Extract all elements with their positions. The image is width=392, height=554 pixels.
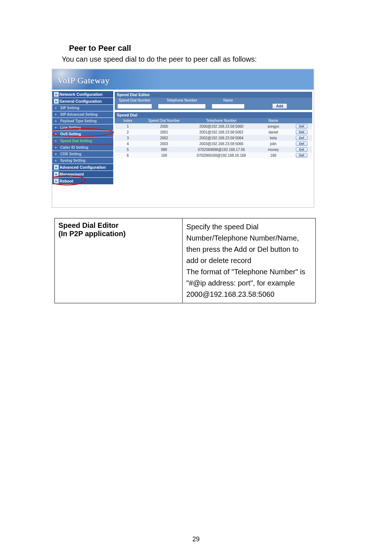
cell-name: daniel (256, 129, 291, 135)
cell-sdn: 2000 (141, 123, 187, 129)
cell-del: Del (291, 152, 312, 158)
cell-del: Del (291, 147, 312, 152)
cell-del: Del (291, 123, 312, 129)
section-title: Peer to Peer call (69, 44, 338, 53)
cell-index: 1 (115, 123, 141, 129)
table-row: 420032003@192.168.23.58:5066jolinDel (115, 141, 312, 147)
add-button[interactable]: Add (272, 103, 287, 109)
list-title: Speed Dial (115, 112, 312, 118)
sidebar-item-syslog[interactable]: Syslog Setting (52, 157, 113, 164)
th-sdn: Speed Dial Number (141, 118, 187, 123)
manual-page: Peer to Peer call You can use speed dial… (0, 0, 392, 554)
input-telephone-number[interactable] (158, 104, 206, 109)
app-header: VoIP Gateway (52, 69, 314, 90)
sidebar-item-line[interactable]: Line Setting (52, 124, 113, 131)
cell-del: Del (291, 135, 312, 141)
description-table: Speed Dial Editor (In P2P application) S… (54, 218, 316, 303)
editor-header-row: Speed Dial Number Telephone Number Name (115, 98, 312, 103)
sidebar-item-cdr[interactable]: CDR Setting (52, 151, 113, 157)
table-row: 120002000@192.168.23.58:5060songyoDel (115, 123, 312, 129)
app-title: VoIP Gateway (57, 76, 110, 86)
desc-right-cell: Specify the speed Dial Number/Telephone … (183, 218, 316, 303)
sidebar-top-management[interactable]: Management (52, 171, 113, 178)
cell-name: jolin (256, 141, 291, 147)
sidebar-top-reboot[interactable]: Reboot (52, 178, 113, 185)
cell-tel: 2003@192.168.23.58:5066 (187, 141, 256, 147)
cell-index: 2 (115, 129, 141, 135)
table-row: 61680702069168@192.168.18.168168Del (115, 152, 312, 158)
cell-sdn: 888 (141, 147, 187, 152)
sidebar-item-payload[interactable]: Payload Type Setting (52, 118, 113, 124)
cell-tel: 0702069888@192.168.17.56 (187, 147, 256, 152)
cell-tel: 2000@192.168.23.58:5060 (187, 123, 256, 129)
cell-sdn: 2002 (141, 135, 187, 141)
cell-sdn: 2001 (141, 129, 187, 135)
cell-name: bela (256, 135, 291, 141)
cell-tel: 2001@192.168.23.58:5062 (187, 129, 256, 135)
th-tel: Telephone Number (187, 118, 256, 123)
input-speed-dial-number[interactable] (117, 104, 152, 109)
th-index: Index (115, 118, 141, 123)
th-name: Name (256, 118, 291, 123)
table-row: 58880702069888@192.168.17.56moneyDel (115, 147, 312, 152)
editor-title: Speed Dial Editor (115, 92, 312, 98)
sidebar-top-network[interactable]: Network Configuration (52, 91, 113, 98)
desc-left-cell: Speed Dial Editor (In P2P application) (55, 218, 183, 303)
page-number: 29 (0, 535, 392, 543)
del-button[interactable]: Del (296, 153, 307, 157)
cell-index: 3 (115, 135, 141, 141)
cell-del: Del (291, 141, 312, 147)
desc-left-line2: (In P2P application) (58, 230, 126, 238)
table-row: 220012001@192.168.23.58:5062danielDel (115, 129, 312, 135)
del-button[interactable]: Del (296, 141, 307, 146)
cell-name: money (256, 147, 291, 152)
cell-sdn: 2003 (141, 141, 187, 147)
editor-col-tel: Telephone Number (155, 98, 209, 103)
editor-input-row: Add (115, 103, 312, 110)
editor-col-sdn: Speed Dial Number (115, 98, 155, 103)
del-button[interactable]: Del (296, 130, 307, 134)
desc-left-line1: Speed Dial Editor (58, 221, 119, 229)
cell-index: 5 (115, 147, 141, 152)
cell-sdn: 168 (141, 152, 187, 158)
editor-col-name: Name (209, 98, 247, 103)
input-name[interactable] (212, 104, 245, 109)
sidebar-item-sip-adv[interactable]: SIP Advanced Setting (52, 111, 113, 118)
sidebar-top-general[interactable]: General Configuration (52, 98, 113, 105)
sidebar-item-qos[interactable]: QoS Setting (52, 131, 113, 138)
voip-screenshot: VoIP Gateway Network Configuration Gener… (52, 69, 314, 208)
sidebar-item-sip[interactable]: SIP Setting (52, 105, 113, 111)
cell-index: 4 (115, 141, 141, 147)
cell-tel: 0702069168@192.168.18.168 (187, 152, 256, 158)
cell-tel: 2002@192.168.23.58:5064 (187, 135, 256, 141)
sidebar: Network Configuration General Configurat… (52, 91, 113, 185)
del-button[interactable]: Del (296, 136, 307, 140)
cell-del: Del (291, 129, 312, 135)
sidebar-item-callerid[interactable]: Caller ID Setting (52, 144, 113, 151)
sidebar-top-advanced[interactable]: Advanced Configuration (52, 164, 113, 171)
sidebar-item-speed-dial[interactable]: Speed Dial Setting (52, 138, 113, 144)
cell-name: songyo (256, 123, 291, 129)
main-pane: Speed Dial Editor Speed Dial Number Tele… (115, 92, 312, 158)
intro-text: You can use speed dial to do the peer to… (62, 55, 338, 63)
del-button[interactable]: Del (296, 147, 307, 152)
cell-index: 6 (115, 152, 141, 158)
desc-right-text: Specify the speed Dial Number/Telephone … (186, 223, 305, 298)
table-row: 320022002@192.168.23.58:5064belaDel (115, 135, 312, 141)
del-button[interactable]: Del (296, 124, 307, 128)
speed-dial-table: Index Speed Dial Number Telephone Number… (115, 118, 312, 158)
cell-name: 168 (256, 152, 291, 158)
